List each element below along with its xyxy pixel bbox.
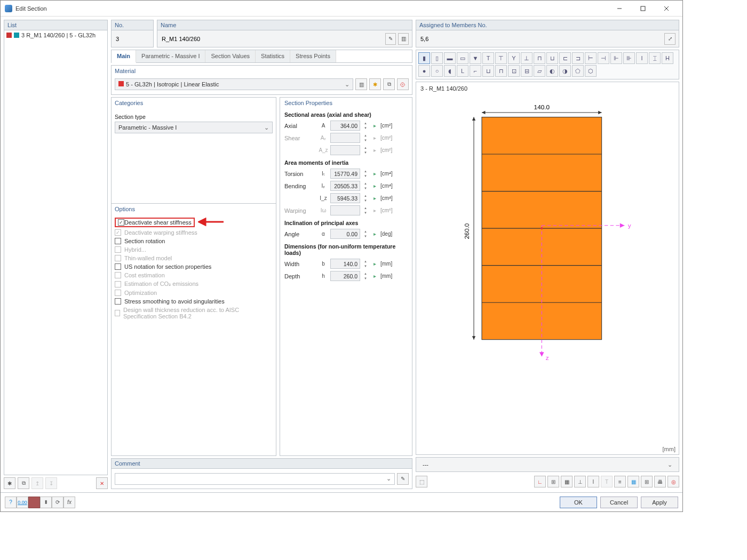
tab-main[interactable]: Main [112,50,136,63]
shape-button[interactable]: ⊓ [534,52,545,64]
shape-button[interactable]: ⊥ [521,52,533,64]
shape-button[interactable]: ⊔ [546,52,558,64]
print-icon[interactable]: 🖶 [654,476,666,487]
help-icon[interactable]: ? [5,497,17,508]
target-icon[interactable]: ◎ [667,476,679,487]
material-new-icon[interactable]: ✱ [369,78,381,90]
color-icon[interactable] [28,497,40,508]
go-icon[interactable]: ▸ [371,273,378,279]
go-icon[interactable]: ▸ [371,195,378,201]
material-del-icon[interactable]: ⮾ [397,78,409,90]
fx-icon[interactable]: fx [63,497,75,508]
library-icon[interactable]: ▥ [398,33,409,45]
shape-button[interactable]: ▯ [431,52,443,64]
grid2-icon[interactable]: ⊞ [641,476,653,487]
assigned-input[interactable] [419,35,662,43]
shape-button[interactable]: H [662,52,673,64]
axes-icon[interactable]: ∟ [534,476,546,487]
preview-tool-icon[interactable]: ⬚ [416,476,427,487]
go-icon[interactable]: ▸ [371,123,378,129]
spinner[interactable]: ▲▼ [362,271,369,281]
shape-button[interactable]: ⌐ [470,65,481,77]
edit-name-icon[interactable]: ✎ [385,33,396,45]
no-input[interactable] [115,35,150,43]
info-icon[interactable]: ⟳ [52,497,63,508]
go-icon[interactable]: ▸ [371,261,378,267]
shape-button[interactable]: ▮ [418,52,430,64]
ok-button[interactable]: OK [560,497,597,508]
shape-button[interactable]: ⊤ [495,52,507,64]
shape-button[interactable]: Y [508,52,520,64]
shape-button[interactable]: L [457,65,468,77]
shape-button[interactable]: ⬠ [572,65,584,77]
option-deactivate-shear-stiffness[interactable]: ✓Deactivate shear stiffness [115,217,273,228]
go-icon[interactable]: ▸ [371,171,378,177]
grid-icon[interactable]: ▦ [627,476,639,487]
assigned-pick-icon[interactable]: ⤢ [664,33,676,45]
minimize-button[interactable] [608,1,631,16]
cancel-button[interactable]: Cancel [600,497,638,508]
go-icon[interactable]: ▸ [371,183,378,189]
shape-button[interactable]: ● [418,65,430,77]
apply-button[interactable]: Apply [641,497,678,508]
go-icon[interactable]: ▸ [371,231,378,237]
shape-button[interactable]: ⊪ [623,52,635,64]
tab-stress-points[interactable]: Stress Points [290,50,336,62]
principal-icon[interactable]: ⊥ [574,476,586,487]
material-select[interactable]: 5 - GL32h | Isotropic | Linear Elastic ⌄ [115,78,353,90]
spinner[interactable]: ▲▼ [362,193,369,203]
comment-select[interactable]: ⌄ [115,473,395,485]
line-icon[interactable]: ≡ [614,476,626,487]
material-lib-icon[interactable]: ▥ [355,78,367,90]
shape-button[interactable]: ▼ [470,52,481,64]
spinner[interactable]: ▲▼ [362,121,369,131]
shape-button[interactable]: ⊐ [572,52,584,64]
copy-button[interactable]: ⧉ [18,477,29,489]
shape-button[interactable]: ◖ [444,65,456,77]
option-stress-smoothing-to-avoid-sing[interactable]: Stress smoothing to avoid singularities [115,297,273,306]
spinner[interactable]: ▲▼ [362,229,369,239]
value-input[interactable]: 0.00 [330,229,360,239]
preview-mode-select[interactable]: ---⌄ [419,459,676,470]
shape-button[interactable]: ⊓ [495,65,507,77]
value-input[interactable]: 5945.33 [330,193,360,203]
name-input[interactable] [161,35,383,43]
tab-statistics[interactable]: Statistics [256,50,290,62]
value-input[interactable]: 364.00 [330,121,360,131]
i-icon[interactable]: I [587,476,599,487]
list-item[interactable]: 3 R_M1 140/260 | 5 - GL32h [5,31,106,39]
tab-section-values[interactable]: Section Values [205,50,256,62]
shape-button[interactable]: I [636,52,648,64]
value-input[interactable]: 260.0 [330,271,360,281]
units-icon[interactable]: 0.00 [17,497,28,508]
value-input[interactable]: 20505.33 [330,181,360,191]
delete-button[interactable]: ✕ [96,477,108,489]
value-input[interactable]: 140.0 [330,259,360,269]
shape-button[interactable]: T [482,52,494,64]
shape-button[interactable]: ◐ [546,65,558,77]
option-section-rotation[interactable]: Section rotation [115,237,273,245]
tab-parametric[interactable]: Parametric - Massive I [136,50,205,62]
shape-button[interactable]: ⊣ [598,52,609,64]
shape-button[interactable]: ⊢ [585,52,597,64]
material-edit-icon[interactable]: ⧉ [383,78,395,90]
render-icon[interactable]: ⬍ [40,497,52,508]
section-type-select[interactable]: Parametric - Massive I⌄ [115,122,273,133]
shape-button[interactable]: ⊔ [482,65,494,77]
option-us-notation-for-section-proper[interactable]: US notation for section properties [115,262,273,271]
close-button[interactable] [655,1,678,16]
shape-button[interactable]: ⊏ [559,52,571,64]
new-button[interactable]: ✱ [4,477,15,489]
spinner[interactable]: ▲▼ [362,169,369,179]
spinner[interactable]: ▲▼ [362,181,369,191]
shape-button[interactable]: ▬ [444,52,456,64]
spinner[interactable]: ▲▼ [362,259,369,269]
shape-button[interactable]: ⊩ [610,52,622,64]
shape-button[interactable]: ▭ [457,52,468,64]
shape-button[interactable]: ○ [431,65,443,77]
dims-icon[interactable]: ⊞ [547,476,559,487]
shape-button[interactable]: ◑ [559,65,571,77]
shape-button[interactable]: ⬡ [585,65,597,77]
shape-button[interactable]: ⊡ [508,65,520,77]
maximize-button[interactable] [631,1,655,16]
